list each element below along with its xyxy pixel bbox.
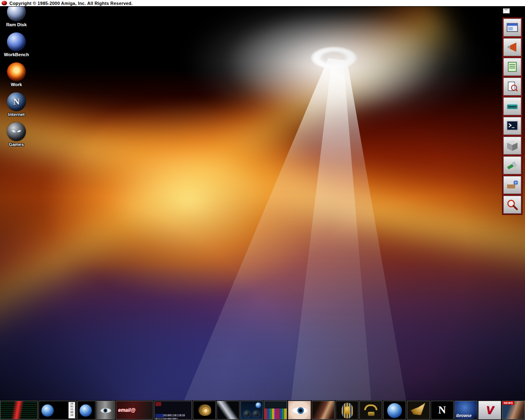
bottom-dock-item-flashlight[interactable] [217,401,240,420]
binary-strip: 10 01 11 00 10 [68,402,75,418]
right-dock-item-magnifier[interactable] [503,196,521,214]
right-dock-item-flashlight[interactable] [503,156,521,174]
earth-icon [41,404,54,417]
pharaoh-face-icon [345,406,350,414]
bottom-dock-item-binoculars-earth[interactable] [240,401,263,420]
bottom-dock-item-matrix-laser[interactable] [0,401,38,420]
email-label: email@ [118,407,135,413]
bottom-dock-item-media-library[interactable] [264,401,287,420]
bottom-dock-item-earth[interactable] [383,401,406,420]
bottom-dock-item-gramophone[interactable] [407,401,430,420]
vignette [0,7,525,420]
desktop-icon-internet[interactable]: N Internet [1,92,32,117]
telephone-base-icon [368,412,374,416]
print-tools-icon [505,178,519,192]
eye-iris [297,407,304,414]
news-label: NEWS [502,401,514,405]
window-icon [505,21,519,34]
right-dock-item-find-document[interactable] [503,78,521,96]
notes-icon [505,60,519,74]
bottom-dock-item-eye[interactable] [288,401,311,420]
bottom-dock-item-antique-telephone[interactable] [359,401,382,420]
bottom-dock-item-email[interactable]: email@ [116,401,153,420]
netscape-n-glyph: N [438,404,446,416]
amiga-logo-icon [2,1,7,5]
right-dock-item-workbench-window[interactable] [503,18,521,37]
bottom-dock-item-netscape[interactable]: N [431,401,454,420]
scanner-icon [505,99,519,113]
bottom-dock-item-ibrowse[interactable]: ibrowse [454,401,477,420]
nautilus-shell-icon [198,404,211,416]
virus-check-v-glyph: V [486,404,494,417]
bottom-dock-item-earth-binary[interactable]: 10 01 11 00 10 [39,401,76,420]
right-dock-item-scanner[interactable] [503,97,521,115]
workbench-icon [7,32,26,51]
bottom-dock: 10 01 11 00 10 email@ 1010011011010 0111… [0,400,525,420]
icon-label: Internet [8,112,25,117]
shell-icon [505,119,519,133]
games-icon [7,122,26,141]
right-dock [502,17,523,215]
binoculars-lens-icon [252,410,260,418]
right-dock-item-notes[interactable] [503,58,521,76]
earth-icon [80,404,92,417]
red-laser-icon [0,401,37,419]
bottom-dock-item-pharaoh-mask[interactable] [336,401,358,420]
alien-eye-icon [17,130,21,132]
package-icon [505,139,519,153]
icon-label: Ram Disk [6,22,27,27]
bottom-dock-item-nautilus-shell[interactable] [193,401,216,420]
internet-icon: N [7,92,26,111]
telephone-handset-icon [364,404,377,410]
bottom-dock-item-pinup-photo[interactable] [312,401,335,420]
desktop-background[interactable] [0,7,525,420]
bottom-dock-item-earth-eye[interactable] [77,401,115,420]
desktop-icon-work[interactable]: Work [1,62,32,87]
earth-icon [256,402,261,408]
binoculars-lens-icon [243,410,251,418]
icon-label: WorkBench [4,52,29,57]
earth-icon [387,403,402,418]
desktop-icon-workbench[interactable]: WorkBench [1,32,32,57]
binary-highlight-blue [155,414,164,418]
ibrowse-label: ibrowse [456,413,472,418]
work-icon [7,62,26,81]
desktop-icon-games[interactable]: Games [1,122,32,147]
bottom-dock-item-binary-code[interactable]: 1010011011010 0111101001001 101100101101… [154,401,192,420]
right-dock-item-shell[interactable] [503,117,521,135]
alien-eye-icon [12,130,16,132]
titlebar-text: Copyright © 1985-2000 Amiga, Inc. All Ri… [9,1,133,6]
flashlight-icon [505,158,519,172]
icon-label: Work [11,82,22,87]
netscape-n-glyph: N [13,96,20,107]
magnifier-icon [505,198,519,212]
icon-label: Games [9,142,24,147]
find-document-icon [505,80,519,94]
menu-bar[interactable]: Copyright © 1985-2000 Amiga, Inc. All Ri… [0,0,525,7]
bottom-dock-item-tv-news[interactable]: NEWS [502,401,525,420]
bottom-dock-item-virus-check[interactable]: V [478,401,501,420]
desktop-icons: Ram Disk WorkBench Work N Internet Games [1,2,32,147]
gramophone-horn-icon [411,403,425,415]
eye-iris [103,409,107,413]
right-dock-item-print-tools[interactable] [503,176,521,194]
flashlight-icon [217,401,239,419]
megaphone-icon [505,40,519,54]
right-dock-item-megaphone[interactable] [503,38,521,56]
right-dock-item-package[interactable] [503,137,521,155]
mail-notifier-icon[interactable] [503,8,510,14]
binary-highlight-red [155,402,161,406]
